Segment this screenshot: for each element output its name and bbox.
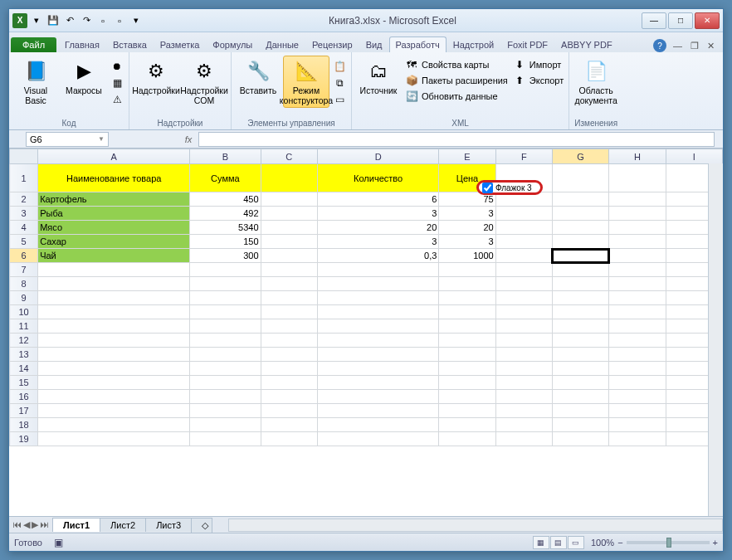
cell[interactable] [609, 362, 666, 376]
export-button[interactable]: ⬆Экспорт [511, 73, 565, 88]
cell[interactable] [38, 418, 190, 432]
save-icon[interactable]: 💾 [46, 13, 61, 28]
sheet-tab-2[interactable]: Лист2 [100, 518, 146, 532]
cell[interactable] [552, 235, 608, 249]
tab-formulas[interactable]: Формулы [206, 37, 259, 52]
cell[interactable] [38, 362, 190, 376]
expansion-packs-button[interactable]: 📦Пакеты расширения [403, 73, 510, 88]
cell[interactable] [261, 164, 317, 192]
com-addins-button[interactable]: ⚙ Надстройки COM [181, 56, 227, 108]
row-header[interactable]: 4 [10, 221, 38, 235]
cell[interactable] [439, 362, 495, 376]
row-header[interactable]: 12 [10, 334, 38, 348]
tab-home[interactable]: Главная [58, 37, 106, 52]
col-header-D[interactable]: D [317, 149, 438, 164]
cell[interactable] [317, 348, 438, 362]
tab-layout[interactable]: Разметка [154, 37, 207, 52]
addins-button[interactable]: ⚙ Надстройки [133, 56, 179, 99]
formula-input[interactable] [198, 132, 715, 147]
zoom-out-button[interactable]: − [617, 538, 622, 548]
cell[interactable] [495, 263, 552, 277]
name-box[interactable]: G6 ▼ [26, 132, 109, 147]
cell[interactable] [495, 305, 552, 319]
cell[interactable]: Сумма [190, 164, 261, 192]
source-button[interactable]: 🗂 Источник [355, 56, 402, 99]
cell[interactable] [439, 305, 495, 319]
cell[interactable] [317, 404, 438, 418]
cell[interactable] [190, 418, 261, 432]
col-header-F[interactable]: F [495, 149, 552, 164]
cell[interactable] [552, 221, 608, 235]
cell[interactable]: 300 [190, 249, 261, 263]
cell[interactable] [190, 376, 261, 390]
row-header[interactable]: 10 [10, 305, 38, 319]
row-header[interactable]: 2 [10, 192, 38, 207]
cell[interactable] [190, 362, 261, 376]
cell[interactable] [439, 404, 495, 418]
cell[interactable] [495, 207, 552, 221]
cell[interactable] [190, 404, 261, 418]
cell[interactable] [261, 404, 317, 418]
cell[interactable] [495, 348, 552, 362]
cell[interactable] [261, 207, 317, 221]
row-header[interactable]: 15 [10, 376, 38, 390]
cell[interactable] [495, 418, 552, 432]
cell[interactable] [38, 305, 190, 319]
col-header-B[interactable]: B [190, 149, 261, 164]
cell[interactable] [38, 334, 190, 348]
row-header[interactable]: 17 [10, 404, 38, 418]
cell[interactable] [38, 263, 190, 277]
cell[interactable] [495, 334, 552, 348]
row-header[interactable]: 13 [10, 348, 38, 362]
cell[interactable] [190, 277, 261, 291]
cell[interactable] [439, 348, 495, 362]
cell[interactable] [261, 277, 317, 291]
cell[interactable] [261, 362, 317, 376]
qat-btn-icon[interactable]: ▫ [112, 13, 127, 28]
properties-button[interactable]: 📋 [331, 59, 348, 74]
col-header-G[interactable]: G [552, 149, 608, 164]
cell[interactable] [609, 235, 666, 249]
cell[interactable] [317, 305, 438, 319]
mdi-minimize-icon[interactable]: — [670, 41, 686, 51]
cell[interactable] [38, 348, 190, 362]
col-header-C[interactable]: C [261, 149, 317, 164]
design-mode-button[interactable]: 📐 Режим конструктора [283, 56, 329, 108]
run-dialog-button[interactable]: ▭ [331, 92, 348, 107]
cell[interactable] [261, 305, 317, 319]
cell[interactable] [317, 334, 438, 348]
cell[interactable] [317, 319, 438, 334]
nav-last-icon[interactable]: ⏭ [40, 519, 49, 530]
view-code-button[interactable]: ⧉ [331, 75, 348, 90]
cell[interactable] [609, 418, 666, 432]
col-header-E[interactable]: E [439, 149, 495, 164]
cell[interactable] [38, 376, 190, 390]
cell[interactable] [190, 390, 261, 404]
cell[interactable]: 20 [439, 221, 495, 235]
cell[interactable] [317, 418, 438, 432]
cell[interactable] [439, 319, 495, 334]
zoom-in-button[interactable]: + [713, 538, 718, 548]
cell[interactable] [439, 291, 495, 305]
cell[interactable] [38, 390, 190, 404]
zoom-level[interactable]: 100% [591, 538, 614, 548]
cell[interactable] [609, 390, 666, 404]
cell[interactable] [439, 390, 495, 404]
macro-security-button[interactable]: ⚠ [109, 92, 125, 107]
new-sheet-button[interactable]: ◇ [191, 518, 212, 533]
cell[interactable] [495, 291, 552, 305]
cell[interactable]: Чай [38, 249, 190, 263]
cell[interactable] [609, 291, 666, 305]
cell[interactable]: Мясо [38, 221, 190, 235]
cell[interactable] [261, 376, 317, 390]
grid[interactable]: A B C D E F G H I 1 Наименование товара … [9, 149, 723, 446]
maximize-button[interactable]: □ [668, 12, 693, 29]
cell[interactable] [190, 305, 261, 319]
cell[interactable]: 3 [439, 207, 495, 221]
cell[interactable] [190, 334, 261, 348]
cell[interactable]: 3 [317, 235, 438, 249]
cell[interactable] [439, 418, 495, 432]
cell[interactable] [190, 263, 261, 277]
row-header[interactable]: 11 [10, 319, 38, 334]
cell[interactable] [190, 291, 261, 305]
